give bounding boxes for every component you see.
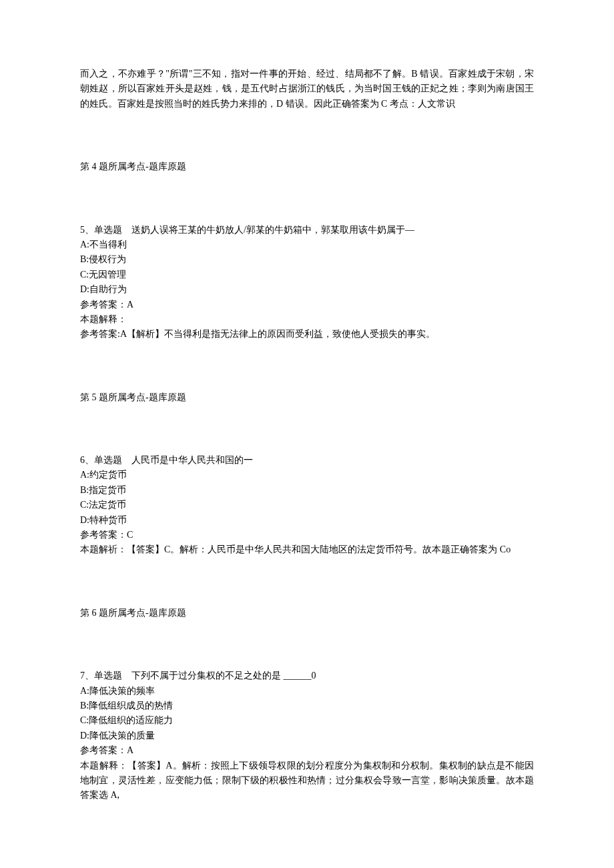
q6-stem: 人民币是中华人民共和国的一	[131, 455, 253, 465]
q5-topic: 第 5 题所属考点-题库原题	[80, 390, 534, 405]
q5-explain-text: 参考答案:A【解析】不当得利是指无法律上的原因而受利益，致使他人受损失的事实。	[80, 327, 534, 342]
q7-option-d: D:降低决策的质量	[80, 729, 534, 743]
q7-explain: 本题解释：【答案】A。解析：按照上下级领导权限的划分程度分为集权制和分权制。集权…	[80, 759, 534, 803]
q7-option-b: B:降低组织成员的热情	[80, 699, 534, 713]
q7-stem-line: 7、单选题 下列不属于过分集权的不足之处的是 ______0	[80, 669, 534, 683]
q5-option-b: B:侵权行为	[80, 252, 534, 267]
q6-option-d: D:特种货币	[80, 513, 534, 528]
q6-option-b: B:指定货币	[80, 483, 534, 498]
intro-continuation: 而入之，不亦难乎？"所谓"三不知，指对一件事的开始、经过、结局都不了解。B 错误…	[80, 67, 534, 111]
q7-stem: 下列不属于过分集权的不足之处的是 ______0	[131, 671, 316, 681]
q7-prefix: 7、单选题	[80, 671, 122, 681]
q6-option-a: A:约定货币	[80, 468, 534, 482]
q5-option-c: C:无因管理	[80, 268, 534, 282]
q5-stem-line: 5、单选题 送奶人误将王某的牛奶放人/郭某的牛奶箱中，郭某取用该牛奶属于—	[80, 223, 534, 238]
document-page: 而入之，不亦难乎？"所谓"三不知，指对一件事的开始、经过、结局都不了解。B 错误…	[0, 0, 614, 843]
q7-answer: 参考答案：A	[80, 743, 534, 758]
q5-explain-label: 本题解释：	[80, 312, 534, 327]
q6-answer: 参考答案：C	[80, 528, 534, 542]
q6-option-c: C:法定货币	[80, 498, 534, 512]
q6-prefix: 6、单选题	[80, 455, 122, 465]
q7-option-a: A:降低决策的频率	[80, 684, 534, 699]
q6-explain: 本题解祈：【答案】C。解析：人民币是中华人民共和国大陆地区的法定货币符号。故本题…	[80, 542, 534, 557]
q6-topic: 第 6 题所属考点-题库原题	[80, 606, 534, 620]
q6-stem-line: 6、单选题 人民币是中华人民共和国的一	[80, 453, 534, 468]
q5-option-a: A:不当得利	[80, 238, 534, 252]
q5-stem: 送奶人误将王某的牛奶放人/郭某的牛奶箱中，郭某取用该牛奶属于—	[131, 225, 414, 235]
q4-topic: 第 4 题所属考点-题库原题	[80, 159, 534, 174]
q5-prefix: 5、单选题	[80, 225, 122, 235]
q5-option-d: D:自助行为	[80, 282, 534, 297]
q7-option-c: C:降低组织的适应能力	[80, 713, 534, 728]
q5-answer: 参考答案：A	[80, 298, 534, 312]
